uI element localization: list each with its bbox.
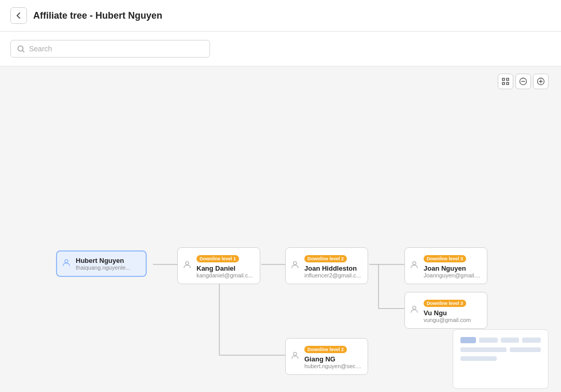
zoom-fit-button[interactable]: [498, 74, 513, 89]
svg-rect-3: [507, 78, 509, 80]
joan-h-name: Joan Hiddleston: [304, 264, 361, 272]
node-root[interactable]: Hubert Nguyen thaiquang.nguyenle...: [56, 250, 147, 277]
preview-rect-4: [460, 347, 507, 352]
svg-point-23: [413, 261, 416, 264]
back-icon: [15, 12, 22, 19]
joan-h-email: influencer2@gmail.c...: [304, 272, 361, 278]
kang-name: Kang Daniel: [197, 264, 254, 272]
vu-badge: Downline level 3: [424, 300, 466, 307]
person-icon-kang: [183, 260, 191, 271]
zoom-out-icon: [519, 77, 527, 86]
preview-rect-1: [479, 338, 498, 343]
search-bar: [0, 32, 561, 66]
person-icon-joan-h: [291, 260, 299, 271]
svg-rect-2: [502, 78, 504, 80]
joan-n-email: Joannguyen@gmail....: [424, 272, 481, 278]
node-joan-nguyen[interactable]: Downline level 3 Joan Nguyen Joannguyen@…: [404, 247, 487, 284]
svg-point-24: [413, 306, 416, 309]
zoom-in-button[interactable]: [533, 74, 549, 89]
preview-rect-2: [501, 338, 520, 343]
preview-rect-6: [460, 356, 497, 361]
svg-line-1: [23, 50, 24, 52]
back-button[interactable]: [10, 7, 27, 24]
root-name: Hubert Nguyen: [76, 257, 139, 264]
zoom-controls: [498, 74, 549, 89]
search-input-wrap: [10, 40, 210, 58]
header: Affiliate tree - Hubert Nguyen: [0, 0, 561, 32]
preview-rect-blue: [460, 337, 476, 343]
zoom-out-button[interactable]: [515, 74, 531, 89]
svg-point-21: [293, 261, 297, 264]
svg-point-22: [293, 352, 297, 355]
joan-n-name: Joan Nguyen: [424, 264, 481, 272]
preview-row-3: [460, 356, 541, 361]
person-icon-root: [62, 258, 71, 269]
search-input[interactable]: [29, 45, 203, 53]
person-icon-giang: [291, 351, 299, 362]
giang-name: Giang NG: [304, 355, 361, 363]
joan-h-badge: Downline level 2: [304, 255, 347, 262]
vu-email: vungu@gmail.com: [424, 317, 481, 323]
page-title: Affiliate tree - Hubert Nguyen: [33, 10, 162, 21]
zoom-in-icon: [537, 77, 545, 86]
svg-rect-4: [502, 82, 504, 85]
search-icon: [17, 45, 25, 53]
kang-badge: Downline level 1: [197, 255, 239, 262]
preview-rect-5: [510, 347, 541, 352]
node-joan-hiddleston[interactable]: Downline level 2 Joan Hiddleston influen…: [285, 247, 368, 284]
person-icon-vu: [410, 305, 418, 316]
svg-rect-5: [507, 82, 509, 85]
node-vu-ngu[interactable]: Downline level 3 Vu Ngu vungu@gmail.com: [404, 292, 487, 329]
node-giang-ng[interactable]: Downline level 2 Giang NG hubert.nguyen@…: [285, 338, 368, 375]
vu-name: Vu Ngu: [424, 309, 481, 317]
person-icon-joan-n: [410, 260, 418, 271]
preview-rect-3: [522, 338, 541, 343]
canvas-area: Hubert Nguyen thaiquang.nguyenle... Down…: [0, 66, 561, 392]
zoom-fit-icon: [502, 78, 509, 85]
root-email: thaiquang.nguyenle...: [76, 264, 139, 271]
preview-card: [453, 329, 549, 389]
joan-n-badge: Downline level 3: [424, 255, 466, 262]
node-kang-daniel[interactable]: Downline level 1 Kang Daniel kangdaniel@…: [177, 247, 260, 284]
kang-email: kangdaniel@gmail.c...: [197, 272, 254, 278]
giang-email: hubert.nguyen@seco...: [304, 363, 361, 369]
svg-point-20: [186, 261, 189, 264]
preview-row-1: [460, 337, 541, 343]
svg-point-19: [65, 259, 68, 262]
preview-row-2: [460, 347, 541, 352]
giang-badge: Downline level 2: [304, 346, 347, 353]
